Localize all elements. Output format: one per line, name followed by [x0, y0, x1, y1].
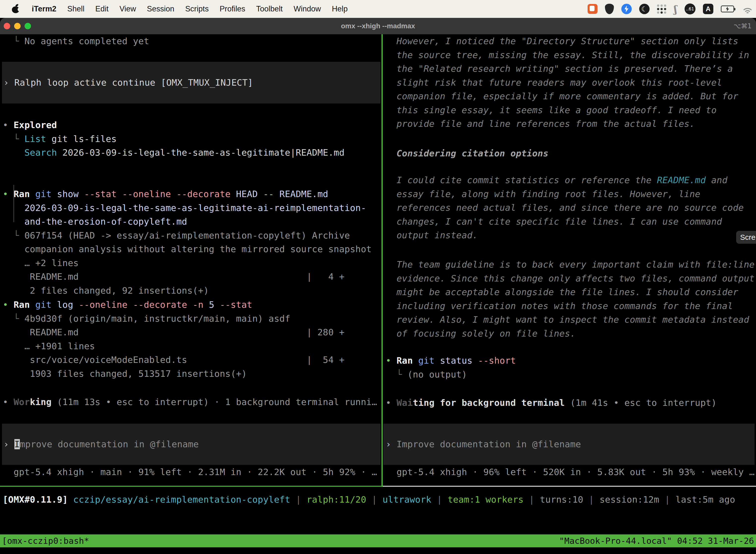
pane-border-bottom-left — [0, 486, 383, 487]
menu-item-help[interactable]: Help — [332, 4, 348, 13]
battery-icon[interactable] — [721, 5, 734, 12]
waiting-status-line: • Waiting for background terminal (1m 41… — [383, 396, 716, 410]
menu-item-session[interactable]: Session — [147, 4, 174, 13]
screen-share-pill[interactable]: Scre — [736, 231, 756, 244]
wifi-icon[interactable] — [742, 4, 754, 13]
terminal-line: › Improve documentation in @filename — [3, 437, 380, 451]
terminal-line: essay file, along with finding root file… — [386, 187, 744, 201]
blue-bolt-icon[interactable] — [621, 4, 632, 14]
model-status-right: gpt-5.4 xhigh · 96% left · 520K in · 5.8… — [383, 465, 755, 479]
moon-icon[interactable]: ☾ — [639, 4, 649, 14]
tmux-session-label: [omx-cczip0:bash* — [2, 536, 89, 546]
ran-git-show-block: • Ran git show --stat --oneline --decora… — [0, 173, 372, 297]
terminal-line: output instead. — [386, 228, 744, 242]
ran-git-log-block: • Ran git log --oneline --decorate -n 5 … — [0, 298, 344, 381]
terminal-line: evidence. Since this change only affects… — [386, 272, 755, 285]
terminal-line: the source tree, missing the essay. Stil… — [386, 48, 749, 62]
menu-item-scripts[interactable]: Scripts — [185, 4, 209, 13]
chat-app-icon[interactable] — [587, 4, 597, 14]
explored-block: • Explored └ List git ls-files Search 20… — [0, 118, 344, 160]
agent-pane-left: └ No agents completed yet › Ralph loop a… — [0, 34, 381, 486]
terminal-line: └ No agents completed yet — [3, 34, 149, 48]
menu-item-view[interactable]: View — [120, 4, 136, 13]
terminal-line: The team guideline is to back every impo… — [386, 258, 755, 272]
pane-divider[interactable] — [381, 34, 383, 486]
thinking-heading: Considering citation options — [383, 147, 548, 160]
thinking-paragraph-1: However, I noticed the "Directory Struct… — [383, 34, 749, 131]
tmux-host-clock: "MacBook-Pro-44.local" 04:52 31-Mar-26 — [559, 536, 754, 546]
terminal-line: companion file, especially if more comme… — [386, 89, 749, 103]
tmux-status-bar: [omx-cczip0:bash* "MacBook-Pro-44.local"… — [0, 535, 756, 547]
terminal-line: However, I noticed the "Directory Struct… — [386, 34, 749, 48]
gauge-61-icon[interactable]: ..61 — [685, 3, 695, 14]
terminal-line: › Improve documentation in @filename — [386, 437, 755, 451]
prompt-input-right[interactable]: › Improve documentation in @filename — [383, 424, 755, 465]
screen: iTerm2 ShellEditViewSessionScriptsProfil… — [0, 0, 756, 554]
menu-item-profiles[interactable]: Profiles — [219, 4, 245, 13]
menu-bar-status-icons: ☾ ʃ ..61 A — [587, 0, 754, 18]
menu-item-toolbelt[interactable]: Toolbelt — [256, 4, 283, 13]
window-title: omx --xhigh --madmax — [0, 18, 756, 34]
terminal-line: README.md | 280 + — [3, 325, 344, 339]
terminal-line: └ List git ls-files — [3, 132, 344, 146]
window-shortcut: ⌥⌘1 — [734, 18, 752, 34]
menu-item-edit[interactable]: Edit — [95, 4, 108, 13]
no-agents-line: └ No agents completed yet — [0, 34, 149, 48]
ralph-inject-box[interactable]: › Ralph loop active continue [OMX_TMUX_I… — [2, 62, 380, 104]
terminal-line: [OMX#0.11.9] cczip/essay/ai-reimplementa… — [0, 493, 756, 507]
terminal-line: gpt-5.4 xhigh · main · 91% left · 2.31M … — [3, 465, 377, 479]
screen-bottom-strip — [0, 547, 756, 554]
terminal-line: the "Related research writing" section i… — [386, 62, 749, 76]
terminal-line: src/voice/voiceModeEnabled.ts | 54 + — [3, 353, 344, 367]
terminal-line: … +1901 lines — [3, 339, 344, 353]
tree-guide-line — [13, 185, 14, 222]
thinking-paragraph-3: The team guideline is to back every impo… — [383, 258, 755, 340]
terminal-line: provide file and line references from th… — [386, 117, 749, 131]
terminal-line: └ (no output) — [386, 368, 516, 382]
terminal-line: › Ralph loop active continue [OMX_TMUX_I… — [3, 76, 380, 90]
prompt-input-left[interactable]: › Improve documentation in @filename — [2, 424, 380, 465]
terminal-line: 2 files changed, 92 insertions(+) — [3, 284, 372, 297]
terminal-line: Considering citation options — [386, 147, 548, 160]
window-title-bar: omx --xhigh --madmax ⌥⌘1 — [0, 18, 756, 34]
terminal-line: review. Also, I might want to inspect th… — [386, 313, 755, 327]
terminal-line: • Ran git show --stat --oneline --decora… — [3, 187, 372, 201]
a-app-icon[interactable]: A — [703, 4, 713, 14]
screen-corner-bottom-right — [750, 548, 756, 554]
menu-item-shell[interactable]: Shell — [67, 4, 84, 13]
terminal-line: • Ran git status --short — [386, 354, 516, 368]
squiggle-icon[interactable]: ʃ — [674, 3, 677, 15]
menu-bar-left: iTerm2 ShellEditViewSessionScriptsProfil… — [0, 4, 348, 14]
terminal-line: └ 067f154 (HEAD -> essay/ai-reimplementa… — [3, 229, 372, 242]
terminal-line: companion analysis without altering the … — [3, 242, 372, 256]
terminal-line: README.md | 4 + — [3, 270, 372, 284]
terminal-line: … +2 lines — [3, 256, 372, 270]
terminal-line: 2026-03-09-is-legal-the-same-as-legitima… — [3, 201, 372, 215]
terminal-line: 1903 files changed, 513517 insertions(+) — [3, 367, 344, 381]
terminal-line: gpt-5.4 xhigh · 96% left · 520K in · 5.8… — [386, 465, 755, 479]
terminal-line: and-the-erosion-of-copyleft.md — [3, 215, 372, 229]
menu-item-window[interactable]: Window — [294, 4, 321, 13]
terminal-line: of focusing solely on file lines. — [386, 327, 755, 340]
agent-pane-right: However, I noticed the "Directory Struct… — [383, 34, 756, 486]
menu-bar: iTerm2 ShellEditViewSessionScriptsProfil… — [0, 0, 756, 18]
terminal-line: • Working (11m 13s • esc to interrupt) ·… — [3, 395, 377, 409]
terminal-line: └ 4b9d30f (origin/main, instructkr/main,… — [3, 312, 344, 326]
apple-icon[interactable] — [11, 4, 20, 14]
terminal-line: • Explored — [3, 118, 344, 132]
menu-item-app[interactable]: iTerm2 — [32, 4, 56, 13]
dots-grid-icon[interactable] — [657, 4, 667, 14]
model-status-left: gpt-5.4 xhigh · main · 91% left · 2.31M … — [0, 465, 377, 479]
pane-border-bottom-right — [383, 486, 756, 487]
terminal-line: • Ran git log --oneline --decorate -n 5 … — [3, 298, 344, 312]
thinking-paragraph-2: I could cite commit statistics or refere… — [383, 173, 744, 242]
terminal-line: I could cite commit statistics or refere… — [386, 173, 744, 187]
working-status-line: • Working (11m 13s • esc to interrupt) ·… — [0, 395, 377, 409]
terminal-line: this single essay, it seems like a good … — [386, 103, 749, 117]
terminal: └ No agents completed yet › Ralph loop a… — [0, 34, 756, 554]
terminal-line: slight risk that future readers may over… — [386, 76, 749, 90]
screen-corner-bottom-left — [0, 548, 6, 554]
terminal-line: changes, I can't cite specific file line… — [386, 215, 744, 229]
shield-grid-icon[interactable] — [605, 4, 614, 14]
menu-items: ShellEditViewSessionScriptsProfilesToolb… — [67, 4, 348, 13]
